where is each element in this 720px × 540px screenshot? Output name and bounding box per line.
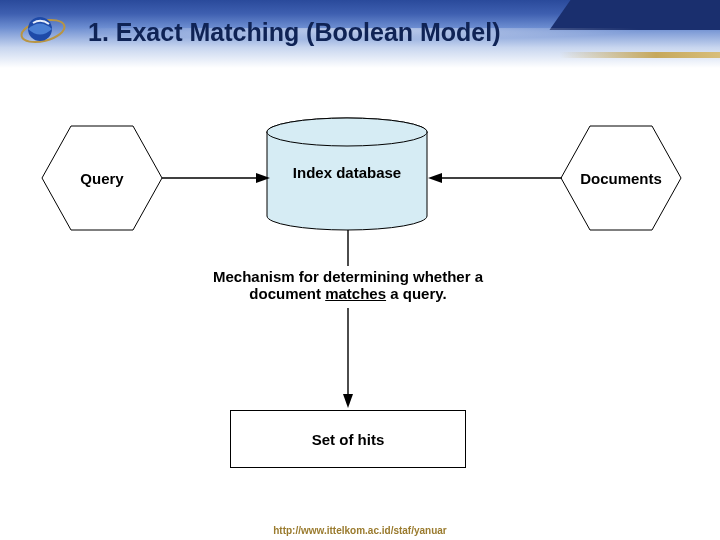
header-gold-accent — [560, 52, 720, 58]
svg-marker-9 — [428, 173, 442, 183]
arrow-documents-to-index — [428, 170, 562, 186]
mechanism-text: Mechanism for determining whether a docu… — [188, 268, 508, 302]
mechanism-matches-word: matches — [325, 285, 386, 302]
header-overlay-shape — [549, 0, 720, 30]
set-of-hits-label: Set of hits — [312, 431, 385, 448]
logo-icon — [18, 12, 68, 50]
arrow-mechanism-to-hits — [340, 308, 356, 408]
documents-node: Documents — [559, 124, 683, 232]
line-index-to-mechanism — [340, 230, 356, 266]
set-of-hits-node: Set of hits — [230, 410, 466, 468]
arrow-query-to-index — [162, 170, 270, 186]
query-node: Query — [40, 124, 164, 232]
query-label: Query — [80, 170, 123, 187]
svg-marker-12 — [343, 394, 353, 408]
diagram-canvas: Query Documents Index database Mechanism… — [0, 68, 720, 540]
svg-marker-7 — [256, 173, 270, 183]
index-database-label: Index database — [293, 164, 401, 181]
index-database-node: Index database — [265, 116, 429, 232]
svg-point-5 — [267, 118, 427, 146]
mechanism-line2-pre: document — [249, 285, 325, 302]
mechanism-line2-post: a query. — [386, 285, 447, 302]
page-title: 1. Exact Matching (Boolean Model) — [88, 18, 501, 47]
documents-label: Documents — [580, 170, 662, 187]
footer-url: http://www.ittelkom.ac.id/staf/yanuar — [0, 525, 720, 536]
mechanism-line1: Mechanism for determining whether a — [213, 268, 483, 285]
